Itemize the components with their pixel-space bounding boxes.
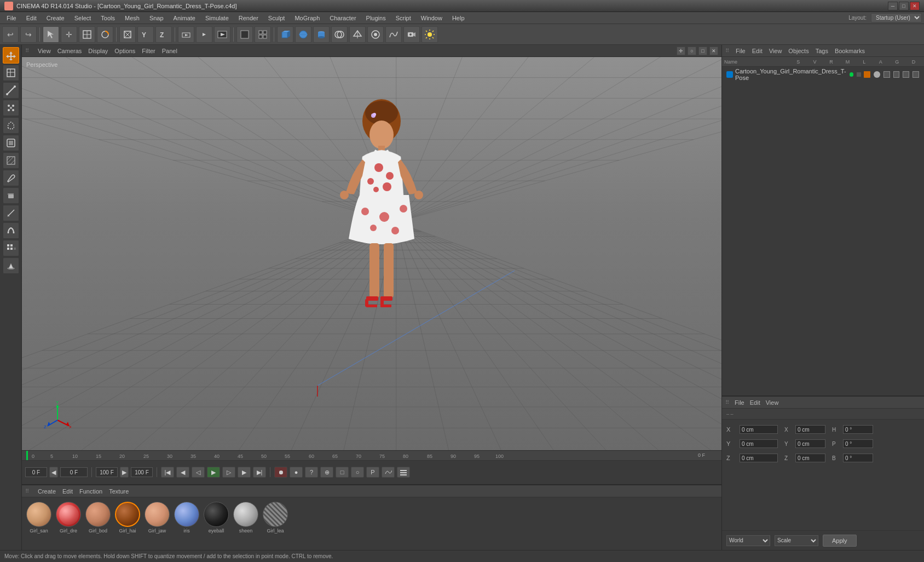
obj-menu-bookmarks[interactable]: Bookmarks xyxy=(835,48,865,54)
menu-render[interactable]: Render xyxy=(234,14,263,22)
material-sphere-3[interactable] xyxy=(115,502,140,527)
record-active-button[interactable]: ● xyxy=(290,467,303,478)
menu-script[interactable]: Script xyxy=(391,14,415,22)
material-sphere-4[interactable] xyxy=(145,502,170,527)
transform-select[interactable]: Scale Position Rotation xyxy=(775,535,818,546)
viewport-menu-display[interactable]: Display xyxy=(88,48,108,54)
obj-tag-2[interactable] xyxy=(874,71,880,78)
object-button[interactable] xyxy=(3,135,19,151)
viewport-render-button[interactable]: □ xyxy=(698,47,707,55)
mat-menu-function[interactable]: Function xyxy=(79,488,102,495)
sphere-button[interactable] xyxy=(295,26,311,43)
viewport-menu-cameras[interactable]: Cameras xyxy=(57,48,82,54)
menu-mesh[interactable]: Mesh xyxy=(120,14,144,22)
object-tree[interactable]: Cartoon_Young_Girl_Romantic_Dress_T-Pose xyxy=(722,67,924,395)
grid-snapping-button[interactable] xyxy=(3,240,19,256)
material-item-6[interactable]: eyeball xyxy=(204,502,229,534)
render-preview-button[interactable] xyxy=(196,26,212,43)
cube-button[interactable] xyxy=(277,26,293,43)
end-frame-arrow[interactable]: ▶ xyxy=(120,467,129,478)
rotate-tool-button[interactable] xyxy=(97,26,113,43)
obj-menu-file[interactable]: File xyxy=(736,48,746,54)
obj-menu-objects[interactable]: Objects xyxy=(788,48,809,54)
menu-animate[interactable]: Animate xyxy=(169,14,200,22)
key-button[interactable]: ? xyxy=(305,467,318,478)
menu-select[interactable]: Select xyxy=(70,14,96,22)
viewport-close-button[interactable]: ✕ xyxy=(709,47,718,55)
redo-button[interactable]: ↪ xyxy=(20,26,37,43)
knife-button[interactable] xyxy=(3,187,19,204)
go-end-button[interactable]: ▶| xyxy=(253,467,266,478)
material-sphere-0[interactable] xyxy=(26,502,51,527)
key-sel-button[interactable]: ○ xyxy=(351,467,364,478)
move-mode-button[interactable] xyxy=(3,47,19,64)
material-sphere-7[interactable] xyxy=(233,502,258,527)
auto-key-button[interactable]: ⊕ xyxy=(320,467,333,478)
light-button[interactable] xyxy=(421,26,438,43)
z-axis-button[interactable]: Z xyxy=(155,26,172,43)
circle-button[interactable] xyxy=(367,26,384,43)
total-frames[interactable] xyxy=(131,467,153,477)
end-frame-input[interactable] xyxy=(96,467,118,477)
timeline-ruler[interactable]: 0 5 10 15 20 25 30 35 40 45 50 55 60 65 … xyxy=(22,451,721,461)
menu-plugins[interactable]: Plugins xyxy=(362,14,390,22)
go-start-button[interactable]: |◀ xyxy=(161,467,174,478)
attr-menu-edit[interactable]: Edit xyxy=(750,399,760,406)
undo-button[interactable]: ↩ xyxy=(2,26,19,43)
material-sphere-6[interactable] xyxy=(204,502,229,527)
material-sphere-8[interactable] xyxy=(263,502,288,527)
material-item-1[interactable]: Girl_dre xyxy=(56,502,81,534)
material-item-5[interactable]: iris xyxy=(174,502,199,534)
render-full-button[interactable] xyxy=(214,26,230,43)
obj-tag-5[interactable] xyxy=(903,71,909,78)
space-select[interactable]: World Object Screen xyxy=(726,535,770,546)
minimize-button[interactable]: ─ xyxy=(888,2,898,10)
extrude-button[interactable] xyxy=(349,26,366,43)
camera-button[interactable] xyxy=(403,26,420,43)
edge-mode-button[interactable] xyxy=(3,82,19,99)
material-item-2[interactable]: Girl_bod xyxy=(85,502,111,534)
material-sphere-5[interactable] xyxy=(174,502,199,527)
material-item-8[interactable]: Girl_lea xyxy=(263,502,288,534)
menu-window[interactable]: Window xyxy=(417,14,447,22)
attr-y-pos[interactable] xyxy=(740,439,778,448)
point-mode-button[interactable] xyxy=(3,100,19,116)
obj-vis-green[interactable] xyxy=(850,72,854,77)
attr-z-rot[interactable] xyxy=(843,454,873,462)
paint-button[interactable] xyxy=(3,170,19,186)
maximize-button[interactable]: □ xyxy=(899,2,909,10)
attr-x-rot[interactable] xyxy=(843,425,873,434)
boole-button[interactable] xyxy=(331,26,348,43)
menu-character[interactable]: Character xyxy=(325,14,360,22)
attr-z-size[interactable] xyxy=(795,454,825,462)
object-item-main[interactable]: Cartoon_Young_Girl_Romantic_Dress_T-Pose xyxy=(724,69,922,80)
lasso-select-button[interactable] xyxy=(3,117,19,134)
obj-tag-1[interactable] xyxy=(864,71,870,78)
spline-button[interactable] xyxy=(385,26,402,43)
obj-menu-tags[interactable]: Tags xyxy=(816,48,828,54)
attr-x-pos[interactable] xyxy=(740,425,778,434)
motion-clip-button[interactable]: □ xyxy=(336,467,349,478)
prev-frame-button[interactable]: ◀ xyxy=(176,467,189,478)
viewport-menu-view[interactable]: View xyxy=(38,48,51,54)
menu-file[interactable]: File xyxy=(2,14,21,22)
obj-menu-view[interactable]: View xyxy=(769,48,782,54)
frame-display[interactable] xyxy=(60,467,88,477)
viewport-maximize-button[interactable]: ✛ xyxy=(677,47,685,55)
close-button[interactable]: ✕ xyxy=(910,2,920,10)
attr-menu-file[interactable]: File xyxy=(735,399,744,406)
obj-vis-grey[interactable] xyxy=(857,72,861,77)
menu-sculpt[interactable]: Sculpt xyxy=(264,14,290,22)
material-sphere-1[interactable] xyxy=(56,502,81,527)
next-keyframe-button[interactable]: ▷ xyxy=(222,467,235,478)
menu-create[interactable]: Create xyxy=(42,14,69,22)
null-object-button[interactable] xyxy=(119,26,136,43)
floor-button[interactable] xyxy=(3,257,19,274)
scale-tool-button[interactable] xyxy=(79,26,95,43)
obj-tag-4[interactable] xyxy=(893,71,900,78)
next-frame-button[interactable]: ▶ xyxy=(238,467,251,478)
material-sphere-2[interactable] xyxy=(85,502,111,527)
axis-button[interactable]: Y xyxy=(137,26,154,43)
f-curve-button[interactable] xyxy=(382,467,395,478)
prev-keyframe-button[interactable]: ◁ xyxy=(192,467,205,478)
